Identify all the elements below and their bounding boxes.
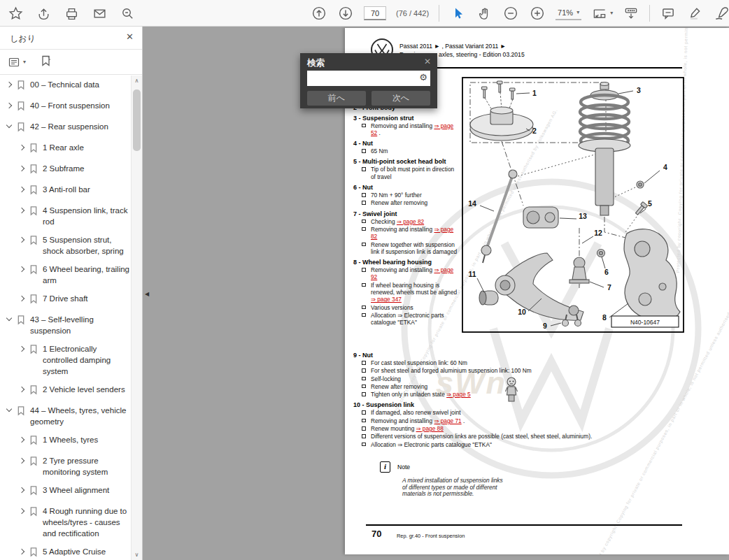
bookmark-item[interactable]: 7 Drive shaft	[0, 289, 131, 310]
chevron-right-icon[interactable]	[19, 387, 24, 392]
chevron-right-icon[interactable]	[19, 508, 24, 514]
page-scrolling-icon[interactable]	[623, 5, 639, 22]
bookmark-item[interactable]: 1 Wheels, tyres	[0, 431, 131, 452]
collapse-panel-icon[interactable]: ◀	[143, 283, 151, 304]
chevron-right-icon[interactable]	[19, 296, 24, 301]
sidebar-scrollbar[interactable]: ∧ ∨	[131, 76, 142, 560]
chevron-down-icon[interactable]	[6, 406, 12, 412]
bookmark-item[interactable]: 2 Vehicle level senders	[0, 380, 131, 401]
search-previous-button[interactable]: 前へ	[307, 91, 366, 106]
print-icon[interactable]	[63, 5, 80, 22]
comment-icon[interactable]	[660, 5, 677, 22]
chevron-right-icon[interactable]	[19, 458, 24, 464]
bookmark-item[interactable]: 2 Tyre pressure monitoring system	[0, 452, 131, 481]
footer-rule	[366, 524, 682, 526]
favorite-star-icon[interactable]	[7, 5, 24, 22]
bullet-text: Removing and installing	[371, 266, 434, 273]
part-bullet: 70 Nm + 90° further	[353, 192, 460, 199]
chevron-right-icon[interactable]	[19, 266, 24, 272]
zoom-out-button[interactable]	[502, 5, 519, 22]
email-icon[interactable]	[91, 5, 108, 22]
gear-icon[interactable]: ⚙	[419, 72, 427, 82]
bookmark-item[interactable]: 6 Wheel bearing, trailing arm	[0, 260, 131, 289]
close-icon[interactable]: ✕	[424, 57, 431, 66]
diagram-callout-number: 10	[518, 308, 526, 316]
page-link[interactable]: ⇒ page 82	[397, 218, 424, 225]
bookmark-options-icon[interactable]: ▾	[8, 57, 26, 68]
page-link[interactable]: ⇒ page 71	[434, 417, 461, 424]
chevron-right-icon[interactable]	[19, 237, 24, 243]
part-item: 10 - Suspension linkIf damaged, also ren…	[353, 401, 685, 447]
toolbar-separator	[649, 5, 650, 22]
checkbox-bullet-icon	[362, 220, 366, 224]
bookmark-item[interactable]: 5 Adaptive Cruise Control (ACC)	[0, 543, 131, 560]
bookmark-item[interactable]: 3 Anti-roll bar	[0, 180, 131, 201]
bookmark-item[interactable]: 44 – Wheels, tyres, vehicle geometry	[0, 401, 131, 431]
part-bullet: Removing and installing ⇒ page 92	[353, 266, 460, 281]
part-bullet: 65 Nm	[353, 148, 460, 155]
chevron-down-icon[interactable]	[6, 122, 12, 128]
bullet-text: Removing and installing	[371, 226, 434, 233]
expand-bookmark-icon[interactable]	[40, 55, 52, 70]
bookmark-item[interactable]: 2 Subframe	[0, 159, 131, 180]
fill-sign-pen-icon[interactable]	[713, 5, 729, 22]
select-tool-icon[interactable]	[449, 5, 466, 22]
bookmark-label: 4 Suspension link, track rod	[43, 205, 129, 227]
bookmark-item[interactable]: 4 Rough running due to wheels/tyres - ca…	[0, 502, 131, 543]
checkbox-bullet-icon	[362, 410, 366, 415]
chevron-right-icon[interactable]	[19, 487, 24, 493]
bookmark-item[interactable]: 3 Wheel alignment	[0, 481, 131, 502]
hand-tool-icon[interactable]	[476, 5, 493, 22]
next-page-button[interactable]	[337, 5, 354, 22]
bookmark-item[interactable]: 5 Suspension strut, shock absorber, spri…	[0, 231, 131, 260]
close-icon[interactable]: ✕	[126, 31, 134, 42]
chevron-right-icon[interactable]	[6, 103, 12, 108]
page-link[interactable]: ⇒ page 347	[371, 296, 402, 303]
chevron-right-icon[interactable]	[19, 187, 24, 192]
search-next-button[interactable]: 次へ	[371, 91, 430, 106]
bookmark-item[interactable]: 4 Suspension link, track rod	[0, 201, 131, 231]
chevron-right-icon[interactable]	[19, 208, 24, 213]
bookmark-item[interactable]: 1 Rear axle	[0, 138, 131, 159]
diagram-callout-number: 7	[607, 283, 611, 292]
callout-leader-line	[602, 257, 605, 268]
highlight-icon[interactable]	[686, 5, 703, 22]
bullet-text: Tighten only in unladen state	[371, 391, 446, 398]
zoom-level-dropdown[interactable]: 71% ▾	[555, 7, 581, 20]
callout-leader-line	[480, 206, 494, 211]
part-bullet: Renew after removing	[353, 199, 460, 206]
bookmark-label: 4 Rough running due to wheels/tyres - ca…	[43, 505, 129, 539]
zoom-in-button[interactable]	[529, 5, 546, 22]
share-upload-icon[interactable]	[35, 5, 52, 22]
chevron-right-icon[interactable]	[19, 549, 24, 554]
scroll-down-icon[interactable]: ∨	[132, 550, 142, 560]
chevron-right-icon[interactable]	[19, 145, 24, 150]
page-link[interactable]: ⇒ page 5	[446, 391, 471, 398]
bookmark-item[interactable]: 00 – Technical data	[0, 76, 131, 96]
search-input[interactable]	[307, 71, 415, 86]
bookmark-item[interactable]: 1 Electronically controlled damping syst…	[0, 340, 131, 380]
chevron-down-icon[interactable]	[6, 315, 12, 321]
bookmarks-tree: 00 – Technical data40 – Front suspension…	[0, 76, 131, 560]
bullet-text: 70 Nm + 90° further	[371, 192, 422, 199]
fit-page-dropdown[interactable]: ▾	[591, 5, 613, 22]
scrollbar-thumb[interactable]	[133, 89, 141, 151]
chevron-right-icon[interactable]	[19, 437, 24, 443]
diagram-callout-number: 11	[468, 270, 476, 278]
diagram-callout-number: 12	[594, 229, 602, 237]
page-link[interactable]: ⇒ page 88	[416, 425, 444, 432]
bookmark-item[interactable]: 40 – Front suspension	[0, 96, 131, 117]
search-zoom-icon[interactable]	[119, 5, 136, 22]
bookmark-icon	[29, 143, 38, 156]
part-item-title: 6 - Nut	[353, 184, 460, 191]
previous-page-button[interactable]	[311, 5, 327, 22]
part-item: 4 - Nut65 Nm	[353, 140, 460, 155]
callout-leader-line	[551, 323, 561, 326]
chevron-right-icon[interactable]	[6, 82, 12, 87]
scroll-up-icon[interactable]: ∧	[132, 76, 142, 86]
bookmark-item[interactable]: 43 – Self-levelling suspension	[0, 310, 131, 340]
bookmark-item[interactable]: 42 – Rear suspension	[0, 117, 131, 138]
chevron-right-icon[interactable]	[19, 166, 24, 171]
chevron-right-icon[interactable]	[19, 346, 24, 352]
page-number-input[interactable]	[364, 6, 386, 20]
